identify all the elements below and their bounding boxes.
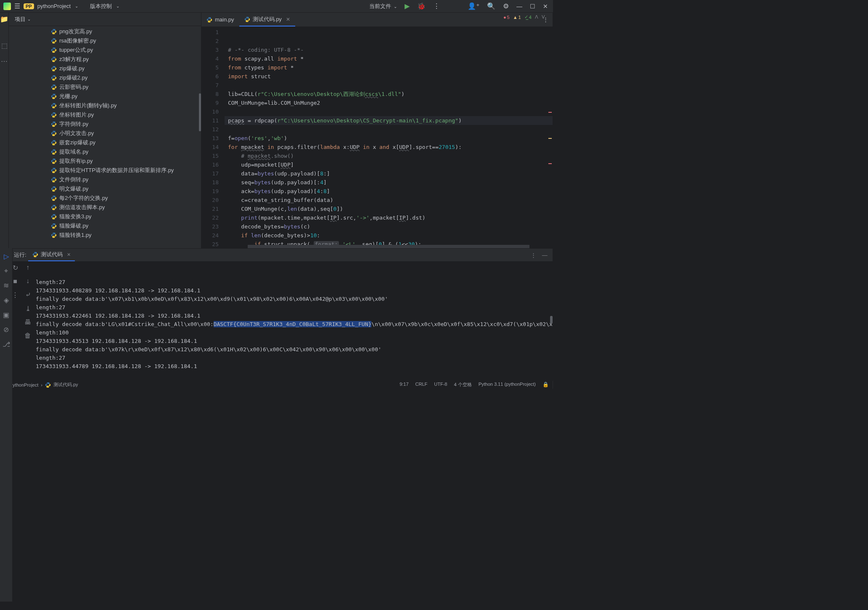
error-count[interactable]: ● 5 xyxy=(503,15,510,20)
tree-item[interactable]: zip爆破.py xyxy=(9,64,201,73)
warning-count[interactable]: ▲ 1 xyxy=(513,15,521,20)
stop-icon[interactable]: ■ xyxy=(13,278,17,285)
up-icon[interactable]: ↑ xyxy=(26,264,29,271)
main-menu-icon[interactable]: ☰ xyxy=(14,2,20,10)
maximize-icon[interactable]: ☐ xyxy=(530,3,535,10)
code-line[interactable]: from scapy.all import * xyxy=(225,54,553,63)
close-icon[interactable]: ✕ xyxy=(543,3,548,10)
code-line[interactable]: # -*- coding: UTF-8 -*- xyxy=(225,45,553,54)
close-tab-icon[interactable]: ✕ xyxy=(67,252,71,257)
code-line[interactable]: COM_UnMunge(c,len(data),seq[0]) xyxy=(225,204,553,213)
gutter[interactable]: 1234567891011121314151617181920212223242… xyxy=(201,27,225,248)
trash-icon[interactable]: 🗑 xyxy=(24,332,31,339)
git-icon[interactable]: ⎇ xyxy=(3,340,10,348)
code-line[interactable] xyxy=(225,81,553,90)
tree-item[interactable]: 提取所有ip.py xyxy=(9,156,201,166)
tree-item[interactable]: png改宽高.py xyxy=(9,27,201,36)
next-highlight-icon[interactable]: ᐯ xyxy=(542,14,545,20)
code-line[interactable]: decode_bytes=bytes(c) xyxy=(225,222,553,231)
tree-item[interactable]: 嵌套zip爆破.py xyxy=(9,138,201,147)
print-icon[interactable]: 🖶 xyxy=(24,318,31,326)
weak-warning-count[interactable]: ✓̲ 4 xyxy=(524,14,532,20)
code-with-me-icon[interactable]: 👤⁺ xyxy=(468,2,479,10)
problems-icon[interactable]: ⊘ xyxy=(3,326,9,334)
tree-item[interactable]: 明文爆破.py xyxy=(9,184,201,194)
console-output[interactable]: length:271734331933.408289 192.168.184.1… xyxy=(34,261,553,389)
scroll-end-icon[interactable]: ⤓ xyxy=(25,305,31,313)
output-line[interactable]: 1734331933.43513 192.168.184.128 -> 192.… xyxy=(36,337,553,345)
minimize-icon[interactable]: — xyxy=(516,3,522,10)
run-button-icon[interactable]: ▶ xyxy=(405,2,410,10)
tree-item[interactable]: 猫脸转换1.py xyxy=(9,231,201,240)
code-line[interactable]: import struct xyxy=(225,72,553,81)
run-options-icon[interactable]: ⋮ xyxy=(531,252,536,258)
inspection-widget[interactable]: ● 5 ▲ 1 ✓̲ 4 ᐱ ᐯ xyxy=(503,14,545,20)
terminal-icon[interactable]: ▣ xyxy=(3,311,9,319)
code-line[interactable] xyxy=(225,107,553,116)
tree-item[interactable]: tupper公式.py xyxy=(9,45,201,55)
soft-wrap-icon[interactable]: ⤶ xyxy=(25,291,31,299)
code-line[interactable]: f=open('res','wb') xyxy=(225,134,553,143)
tree-item[interactable]: 坐标转图片.py xyxy=(9,110,201,119)
output-line[interactable]: length:100 xyxy=(36,329,553,337)
run-tab[interactable]: 测试代码 ✕ xyxy=(28,249,75,261)
tree-item[interactable]: 提取域名.py xyxy=(9,147,201,156)
more-run-icon[interactable]: ⋮ xyxy=(12,291,19,299)
tab-test-code-py[interactable]: 测试代码.py ✕ xyxy=(239,13,295,27)
chevron-down-icon[interactable]: ⌄ xyxy=(27,17,31,21)
rerun-icon[interactable]: ↻ xyxy=(13,264,18,272)
tree-item[interactable]: 云影密码.py xyxy=(9,82,201,92)
code-line[interactable]: udp=mpacket[UDP] xyxy=(225,160,553,169)
prev-highlight-icon[interactable]: ᐱ xyxy=(535,14,538,20)
tree-item[interactable]: 提取特定HTTP请求的数据并压缩和重新排序.py xyxy=(9,166,201,175)
debug-button-icon[interactable]: 🐞 xyxy=(417,2,426,10)
chevron-down-icon[interactable]: ⌄ xyxy=(75,4,78,8)
selected-text[interactable]: DASCTF{C0UnT3R_S7R1K3_4nD_C0BaLt_57RIK3_… xyxy=(214,321,372,327)
code-line[interactable] xyxy=(225,125,553,134)
output-line[interactable]: finally decode data:b'\x07k\r\x0eD\x0f\x… xyxy=(36,345,553,354)
code-line[interactable]: COM_UnMunge=lib.COM_UnMunge2 xyxy=(225,98,553,107)
code-line[interactable]: # mpacket.show() xyxy=(225,151,553,160)
code-line[interactable]: print(mpacket.time,mpacket[IP].src,'->',… xyxy=(225,213,553,222)
search-icon[interactable]: 🔍 xyxy=(487,2,495,10)
tree-item[interactable]: 每2个字符的交换.py xyxy=(9,194,201,203)
down-icon[interactable]: ↓ xyxy=(26,277,29,285)
project-tool-icon[interactable]: 📁 xyxy=(0,15,8,23)
more-actions-icon[interactable]: ⋮ xyxy=(433,2,440,10)
tree-item[interactable]: 坐标转图片(翻转y轴).py xyxy=(9,101,201,110)
tree-item[interactable]: 测信道攻击脚本.py xyxy=(9,203,201,212)
tree-item[interactable]: z3解方程.py xyxy=(9,55,201,64)
structure-tool-icon[interactable]: ⬚ xyxy=(1,42,8,50)
services-icon[interactable]: ≋ xyxy=(3,281,9,289)
python-console-icon[interactable]: ⌖ xyxy=(4,267,8,275)
code-line[interactable]: seq=bytes(udp.payload)[:4] xyxy=(225,178,553,187)
tree-item[interactable]: rsa图像解密.py xyxy=(9,36,201,45)
vcs-menu[interactable]: 版本控制 xyxy=(90,3,112,10)
code-line[interactable]: pcaps = rdpcap(r"C:\Users\Lenovo\Desktop… xyxy=(225,116,553,125)
more-tool-icon[interactable]: ⋯ xyxy=(1,57,8,65)
output-line[interactable]: 1734331933.422461 192.168.184.128 -> 192… xyxy=(36,312,553,320)
tree-item[interactable]: 小明文攻击.py xyxy=(9,129,201,138)
horizontal-scrollbar[interactable] xyxy=(248,245,529,248)
code-line[interactable]: for mpacket in pcaps.filter(lambda x:UDP… xyxy=(225,143,553,151)
project-panel-header[interactable]: 项目 ⌄ xyxy=(9,13,201,26)
tree-item[interactable]: 光栅.py xyxy=(9,92,201,101)
code-line[interactable]: lib=CDLL(r"C:\Users\Lenovo\Desktop\西湖论剑c… xyxy=(225,90,553,98)
output-line[interactable]: finally decode data:b'LG\x01#Cstrike_Cha… xyxy=(36,320,553,329)
hide-panel-icon[interactable]: — xyxy=(542,252,548,258)
chevron-down-icon[interactable]: ⌄ xyxy=(116,4,119,8)
tree-item[interactable]: 猫脸变换3.py xyxy=(9,212,201,221)
markers-strip[interactable] xyxy=(548,41,553,248)
code-editor[interactable]: 1234567891011121314151617181920212223242… xyxy=(201,27,553,248)
python-packages-icon[interactable]: ◈ xyxy=(4,296,9,304)
tree-item[interactable]: 猫脸爆破.py xyxy=(9,221,201,231)
scrollbar-thumb[interactable] xyxy=(199,93,201,131)
project-tree[interactable]: png改宽高.pyrsa图像解密.pytupper公式.pyz3解方程.pyzi… xyxy=(9,26,201,248)
code-line[interactable]: data=bytes(udp.payload)[8:] xyxy=(225,169,553,178)
code-line[interactable]: from ctypes import * xyxy=(225,63,553,72)
project-name[interactable]: pythonProject xyxy=(37,3,71,9)
tab-main-py[interactable]: main.py xyxy=(201,13,239,27)
tree-item[interactable]: 字符倒转.py xyxy=(9,119,201,129)
code-body[interactable]: # -*- coding: UTF-8 -*-from scapy.all im… xyxy=(225,27,553,248)
output-line[interactable]: length:27 xyxy=(36,354,553,362)
